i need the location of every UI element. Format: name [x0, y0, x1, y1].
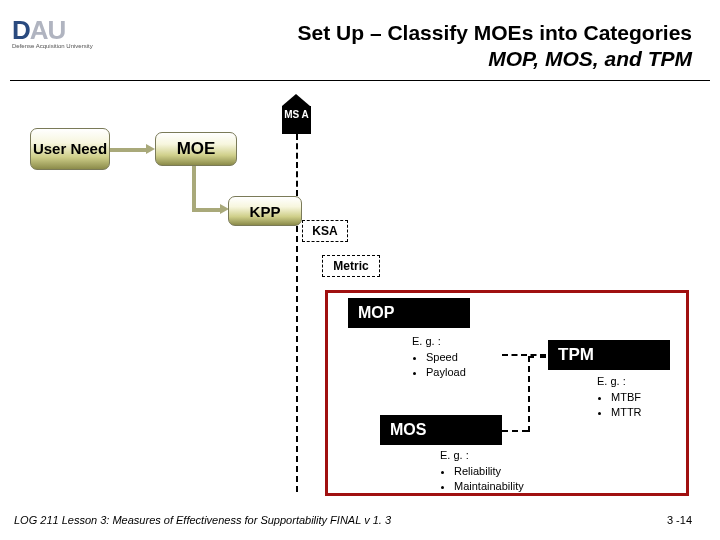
milestone-a-label: MS A — [284, 109, 309, 120]
metric-box: Metric — [322, 255, 380, 277]
arrowhead-to-moe-icon — [146, 144, 155, 154]
moe-label: MOE — [177, 139, 216, 159]
connector-moe-kpp-v — [192, 166, 196, 210]
metric-label: Metric — [333, 259, 368, 273]
red-category-frame — [325, 290, 689, 496]
page-title: Set Up – Classify MOEs into Categories M… — [298, 20, 692, 71]
footer-right: 3 -14 — [667, 514, 692, 526]
ksa-box: KSA — [302, 220, 348, 242]
milestone-triangle-icon — [282, 94, 310, 106]
title-line-2: MOP, MOS, and TPM — [298, 46, 692, 72]
title-line-1: Set Up – Classify MOEs into Categories — [298, 20, 692, 46]
connector-moe-kpp-h — [192, 208, 222, 212]
title-divider — [10, 80, 710, 81]
moe-box: MOE — [155, 132, 237, 166]
logo-subtext: Defense Acquisition University — [12, 43, 107, 49]
ksa-label: KSA — [312, 224, 337, 238]
user-need-label: User Need — [33, 141, 107, 158]
milestone-a-marker: MS A — [282, 106, 311, 134]
dashed-ms-vertical-1 — [296, 134, 298, 196]
connector-userneed-moe — [110, 148, 148, 152]
footer-left: LOG 211 Lesson 3: Measures of Effectiven… — [14, 514, 391, 526]
dau-logo: DAU Defense Acquisition University — [12, 20, 107, 49]
kpp-box: KPP — [228, 196, 302, 226]
logo-text: DAU — [12, 20, 107, 41]
dashed-ms-vertical-2 — [296, 226, 298, 492]
kpp-label: KPP — [250, 203, 281, 220]
user-need-box: User Need — [30, 128, 110, 170]
